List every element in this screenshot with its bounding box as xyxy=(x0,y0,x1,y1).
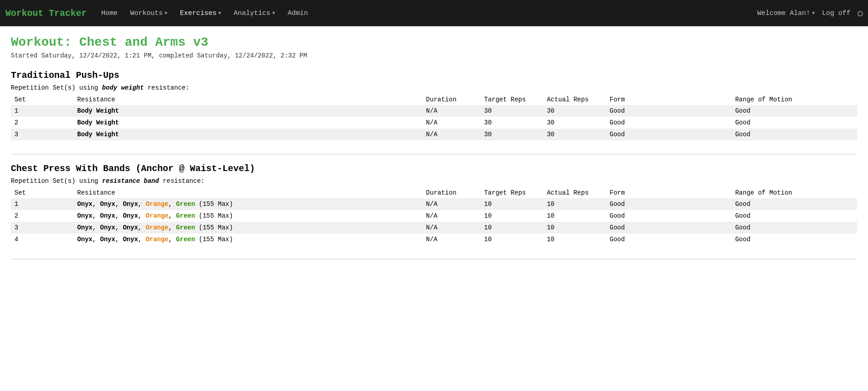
logoff-link[interactable]: Log off xyxy=(822,10,850,17)
analytics-dropdown-arrow: ▼ xyxy=(272,11,275,16)
page-title: Workout: Chest and Arms v3 xyxy=(11,35,857,49)
cell-rom: Good xyxy=(731,129,857,140)
cell-target: 30 xyxy=(481,117,543,129)
cell-resistance: Onyx, Onyx, Onyx, Orange, Green (155 Max… xyxy=(74,222,423,234)
col-header-actual: Actual Reps xyxy=(543,187,606,198)
cell-rom: Good xyxy=(731,210,857,222)
cell-form: Good xyxy=(606,198,731,210)
pushups-table: Set Resistance Duration Target Reps Actu… xyxy=(11,94,857,140)
cell-duration: N/A xyxy=(422,117,480,129)
cell-actual: 10 xyxy=(543,210,606,222)
cell-actual: 30 xyxy=(543,105,606,117)
col-header-form: Form xyxy=(606,187,731,198)
nav-item-analytics[interactable]: Analytics ▼ xyxy=(227,0,281,26)
cell-target: 30 xyxy=(481,105,543,117)
nav-left: Workout Tracker Home Workouts ▼ Exercise… xyxy=(5,0,314,26)
exercise-subheading-chestpress: Repetition Set(s) using resistance band … xyxy=(11,177,857,185)
cell-form: Good xyxy=(606,222,731,234)
table-row: 4 Onyx, Onyx, Onyx, Orange, Green (155 M… xyxy=(11,234,857,245)
cell-form: Good xyxy=(606,117,731,129)
cell-target: 10 xyxy=(481,222,543,234)
cell-actual: 10 xyxy=(543,222,606,234)
nav-right: Welcome Alan! ▼ Log off ◯ xyxy=(757,8,863,18)
cell-actual: 30 xyxy=(543,117,606,129)
main-content: Workout: Chest and Arms v3 Started Satur… xyxy=(0,26,868,277)
cell-rom: Good xyxy=(731,105,857,117)
navbar: Workout Tracker Home Workouts ▼ Exercise… xyxy=(0,0,868,26)
cell-set: 1 xyxy=(11,105,74,117)
cell-rom: Good xyxy=(731,222,857,234)
nav-item-admin[interactable]: Admin xyxy=(281,0,314,26)
cell-target: 10 xyxy=(481,210,543,222)
cell-resistance: Body Weight xyxy=(74,105,423,117)
cell-resistance: Body Weight xyxy=(74,117,423,129)
cell-duration: N/A xyxy=(422,105,480,117)
table-row: 2 Body Weight N/A 30 30 Good Good xyxy=(11,117,857,129)
col-header-actual: Actual Reps xyxy=(543,94,606,105)
cell-resistance: Onyx, Onyx, Onyx, Orange, Green (155 Max… xyxy=(74,210,423,222)
cell-resistance: Onyx, Onyx, Onyx, Orange, Green (155 Max… xyxy=(74,234,423,245)
nav-item-exercises[interactable]: Exercises ▼ xyxy=(174,0,227,26)
cell-target: 10 xyxy=(481,234,543,245)
nav-welcome[interactable]: Welcome Alan! ▼ xyxy=(757,10,815,17)
col-header-duration: Duration xyxy=(422,94,480,105)
cell-set: 2 xyxy=(11,210,74,222)
nav-item-home[interactable]: Home xyxy=(95,0,124,26)
cell-actual: 10 xyxy=(543,234,606,245)
cell-actual: 10 xyxy=(543,198,606,210)
nav-brand[interactable]: Workout Tracker xyxy=(5,8,87,19)
workouts-dropdown-arrow: ▼ xyxy=(165,11,167,16)
table-row: 2 Onyx, Onyx, Onyx, Orange, Green (155 M… xyxy=(11,210,857,222)
cell-set: 2 xyxy=(11,117,74,129)
col-header-resistance: Resistance xyxy=(74,187,423,198)
cell-rom: Good xyxy=(731,234,857,245)
cell-set: 3 xyxy=(11,222,74,234)
cell-duration: N/A xyxy=(422,210,480,222)
col-header-target: Target Reps xyxy=(481,94,543,105)
col-header-set: Set xyxy=(11,187,74,198)
cell-resistance: Body Weight xyxy=(74,129,423,140)
cell-duration: N/A xyxy=(422,129,480,140)
cell-target: 30 xyxy=(481,129,543,140)
cell-set: 3 xyxy=(11,129,74,140)
chestpress-table: Set Resistance Duration Target Reps Actu… xyxy=(11,187,857,245)
cell-duration: N/A xyxy=(422,222,480,234)
nav-item-workouts[interactable]: Workouts ▼ xyxy=(124,0,174,26)
section-divider xyxy=(11,154,857,154)
github-icon[interactable]: ◯ xyxy=(858,8,863,18)
col-header-duration: Duration xyxy=(422,187,480,198)
col-header-target: Target Reps xyxy=(481,187,543,198)
cell-rom: Good xyxy=(731,117,857,129)
col-header-set: Set xyxy=(11,94,74,105)
welcome-dropdown-arrow: ▼ xyxy=(812,11,815,16)
cell-form: Good xyxy=(606,129,731,140)
exercises-dropdown-arrow: ▼ xyxy=(218,11,221,16)
cell-resistance: Onyx, Onyx, Onyx, Orange, Green (155 Max… xyxy=(74,198,423,210)
cell-form: Good xyxy=(606,105,731,117)
cell-duration: N/A xyxy=(422,198,480,210)
cell-actual: 30 xyxy=(543,129,606,140)
exercise-name-chestpress: Chest Press With Bands (Anchor @ Waist-L… xyxy=(11,163,857,174)
table-row: 1 Onyx, Onyx, Onyx, Orange, Green (155 M… xyxy=(11,198,857,210)
cell-form: Good xyxy=(606,234,731,245)
table-row: 3 Onyx, Onyx, Onyx, Orange, Green (155 M… xyxy=(11,222,857,234)
exercise-name-pushups: Traditional Push-Ups xyxy=(11,70,857,81)
table-row: 1 Body Weight N/A 30 30 Good Good xyxy=(11,105,857,117)
exercise-subheading-pushups: Repetition Set(s) using body weight resi… xyxy=(11,84,857,91)
cell-rom: Good xyxy=(731,198,857,210)
col-header-rom: Range of Motion xyxy=(731,94,857,105)
cell-form: Good xyxy=(606,210,731,222)
page-subtitle: Started Saturday, 12/24/2022, 1:21 PM, c… xyxy=(11,52,857,59)
col-header-form: Form xyxy=(606,94,731,105)
cell-set: 4 xyxy=(11,234,74,245)
cell-duration: N/A xyxy=(422,234,480,245)
cell-target: 10 xyxy=(481,198,543,210)
table-row: 3 Body Weight N/A 30 30 Good Good xyxy=(11,129,857,140)
col-header-resistance: Resistance xyxy=(74,94,423,105)
exercise-section-chestpress: Chest Press With Bands (Anchor @ Waist-L… xyxy=(11,163,857,245)
cell-set: 1 xyxy=(11,198,74,210)
section-divider-bottom xyxy=(11,259,857,259)
col-header-rom: Range of Motion xyxy=(731,187,857,198)
exercise-section-pushups: Traditional Push-Ups Repetition Set(s) u… xyxy=(11,70,857,140)
